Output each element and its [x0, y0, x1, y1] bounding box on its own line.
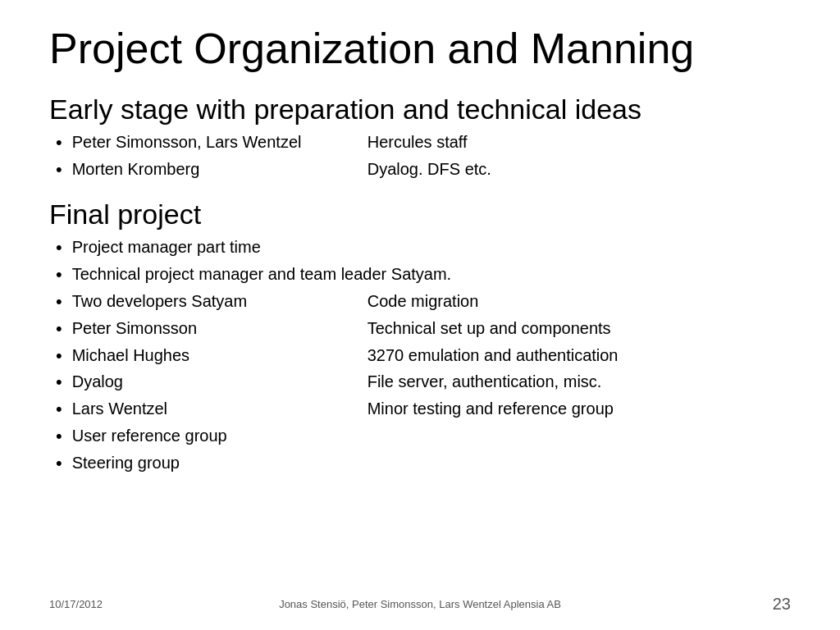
final-bullet-2: Technical project manager and team leade…	[49, 262, 791, 288]
final-bullet-9-right	[368, 451, 791, 474]
early-bullet-1-left: Peter Simonsson, Lars Wentzel	[72, 130, 368, 153]
final-bullet-4: Peter Simonsson Technical set up and com…	[49, 317, 791, 342]
footer-date: 10/17/2012	[49, 598, 148, 610]
slide-title: Project Organization and Manning	[49, 25, 791, 74]
final-bullet-9: Steering group	[49, 451, 791, 477]
final-bullet-5: Michael Hughes 3270 emulation and authen…	[49, 344, 791, 369]
early-bullet-1-right: Hercules staff	[368, 130, 791, 153]
slide-footer: 10/17/2012 Jonas Stensiö, Peter Simonsso…	[49, 588, 791, 614]
final-bullet-4-right: Technical set up and components	[368, 317, 791, 340]
early-bullet-2-left: Morten Kromberg	[72, 158, 368, 180]
final-bullet-9-left: Steering group	[72, 451, 368, 474]
final-bullet-3-right: Code migration	[368, 290, 791, 313]
final-bullet-1-left: Project manager part time	[72, 235, 368, 258]
final-bullet-8-right	[368, 424, 791, 447]
slide: Project Organization and Manning Early s…	[0, 0, 840, 630]
final-bullet-6-left: Dyalog	[72, 370, 368, 393]
final-bullet-3-left: Two developers Satyam	[72, 290, 368, 313]
final-bullet-1: Project manager part time	[49, 235, 791, 261]
early-bullet-2-right: Dyalog. DFS etc.	[368, 158, 791, 180]
final-bullet-3: Two developers Satyam Code migration	[49, 290, 791, 315]
final-bullet-4-left: Peter Simonsson	[72, 317, 368, 340]
footer-page: 23	[692, 595, 791, 614]
final-project-list: Project manager part time Technical proj…	[49, 235, 791, 476]
final-bullet-2-left: Technical project manager and team leade…	[72, 262, 791, 285]
final-bullet-5-right: 3270 emulation and authentication	[368, 344, 791, 367]
final-bullet-1-right	[368, 235, 791, 258]
early-stage-heading: Early stage with preparation and technic…	[49, 94, 791, 126]
final-bullet-5-left: Michael Hughes	[72, 344, 368, 367]
footer-authors: Jonas Stensiö, Peter Simonsson, Lars Wen…	[148, 598, 692, 610]
early-bullet-1: Peter Simonsson, Lars Wentzel Hercules s…	[49, 130, 791, 156]
final-bullet-6: Dyalog File server, authentication, misc…	[49, 370, 791, 395]
content-area: Early stage with preparation and technic…	[49, 90, 791, 588]
early-bullet-2: Morten Kromberg Dyalog. DFS etc.	[49, 158, 791, 183]
final-bullet-7-left: Lars Wentzel	[72, 397, 368, 420]
final-bullet-8: User reference group	[49, 424, 791, 450]
final-project-section: Final project Project manager part time …	[49, 195, 791, 482]
early-stage-list: Peter Simonsson, Lars Wentzel Hercules s…	[49, 130, 791, 185]
final-bullet-6-right: File server, authentication, misc.	[368, 370, 791, 393]
final-project-heading: Final project	[49, 199, 791, 231]
final-bullet-8-left: User reference group	[72, 424, 368, 447]
final-bullet-7-right: Minor testing and reference group	[368, 397, 791, 420]
final-bullet-7: Lars Wentzel Minor testing and reference…	[49, 397, 791, 422]
